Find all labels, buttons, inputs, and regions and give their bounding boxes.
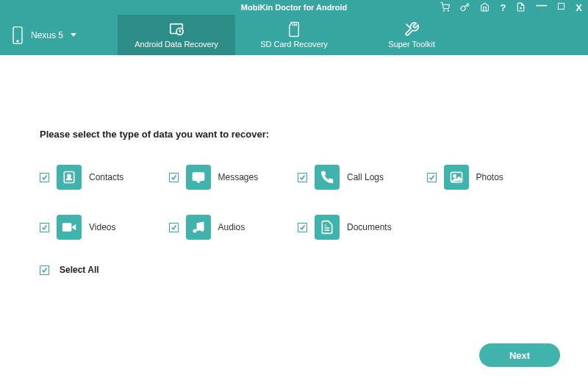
titlebar: MobiKin Doctor for Android ? — X xyxy=(0,0,588,15)
navbar: Nexus 5 Android Data Recovery SD Card Re… xyxy=(0,15,588,55)
checkbox-documents[interactable] xyxy=(298,223,307,232)
svg-point-13 xyxy=(68,174,71,177)
item-label: Audios xyxy=(218,222,245,232)
checkbox-contacts[interactable] xyxy=(40,173,49,182)
help-icon[interactable]: ? xyxy=(500,2,506,13)
recovery-icon xyxy=(168,21,185,38)
minimize-icon[interactable]: — xyxy=(536,2,547,13)
phone-icon xyxy=(12,26,24,45)
checkbox-select-all[interactable] xyxy=(40,265,49,275)
select-all-row: Select All xyxy=(40,265,548,275)
call-logs-icon xyxy=(315,165,340,190)
next-button[interactable]: Next xyxy=(479,343,560,367)
page-heading: Please select the type of data you want … xyxy=(40,129,548,140)
feedback-icon[interactable] xyxy=(516,2,526,13)
item-audios: Audios xyxy=(169,215,291,240)
maximize-icon[interactable] xyxy=(557,2,565,13)
app-title: MobiKin Doctor for Android xyxy=(241,3,347,12)
sdcard-icon xyxy=(287,21,301,38)
svg-point-1 xyxy=(448,10,449,10)
toolkit-icon xyxy=(404,21,420,38)
tab-label: Super Toolkit xyxy=(388,40,434,49)
photos-icon xyxy=(444,165,469,190)
item-label: Call Logs xyxy=(347,172,384,182)
device-selector[interactable]: Nexus 5 xyxy=(0,15,118,55)
svg-rect-16 xyxy=(62,223,72,232)
titlebar-actions: ? — X xyxy=(440,2,582,13)
content-area: Please select the type of data you want … xyxy=(0,55,588,275)
item-contacts: Contacts xyxy=(40,165,162,190)
item-documents: Documents xyxy=(298,215,420,240)
tab-sd-card-recovery[interactable]: SD Card Recovery xyxy=(235,15,353,55)
checkbox-photos[interactable] xyxy=(427,173,437,182)
documents-icon xyxy=(315,215,340,240)
svg-point-18 xyxy=(200,228,204,232)
home-icon[interactable] xyxy=(480,2,490,13)
tab-android-data-recovery[interactable]: Android Data Recovery xyxy=(118,15,235,55)
item-label: Contacts xyxy=(89,172,123,182)
svg-rect-4 xyxy=(559,3,564,9)
item-label: Photos xyxy=(476,172,503,182)
item-photos: Photos xyxy=(427,165,549,190)
key-icon[interactable] xyxy=(460,2,470,13)
select-all-label: Select All xyxy=(60,265,99,275)
svg-point-0 xyxy=(444,10,445,10)
contacts-icon xyxy=(57,165,82,190)
checkbox-call-logs[interactable] xyxy=(298,173,307,182)
messages-icon xyxy=(186,165,211,190)
data-type-grid: Contacts Messages Call Logs Photos xyxy=(40,165,548,240)
item-label: Messages xyxy=(218,172,259,182)
svg-point-17 xyxy=(193,229,196,233)
videos-icon xyxy=(57,215,82,240)
chevron-down-icon xyxy=(71,33,76,37)
item-messages: Messages xyxy=(169,165,291,190)
svg-point-6 xyxy=(17,40,18,42)
item-label: Documents xyxy=(347,222,392,232)
close-icon[interactable]: X xyxy=(576,2,582,13)
item-videos: Videos xyxy=(40,215,162,240)
tab-super-toolkit[interactable]: Super Toolkit xyxy=(353,15,470,55)
item-label: Videos xyxy=(89,222,115,232)
device-name: Nexus 5 xyxy=(31,30,63,40)
item-call-logs: Call Logs xyxy=(298,165,420,190)
tab-label: SD Card Recovery xyxy=(260,40,328,49)
checkbox-audios[interactable] xyxy=(169,223,179,232)
checkbox-messages[interactable] xyxy=(169,173,179,182)
cart-icon[interactable] xyxy=(440,2,450,13)
checkbox-videos[interactable] xyxy=(40,223,49,232)
tab-label: Android Data Recovery xyxy=(135,40,218,49)
svg-point-15 xyxy=(453,175,455,177)
audios-icon xyxy=(186,215,211,240)
